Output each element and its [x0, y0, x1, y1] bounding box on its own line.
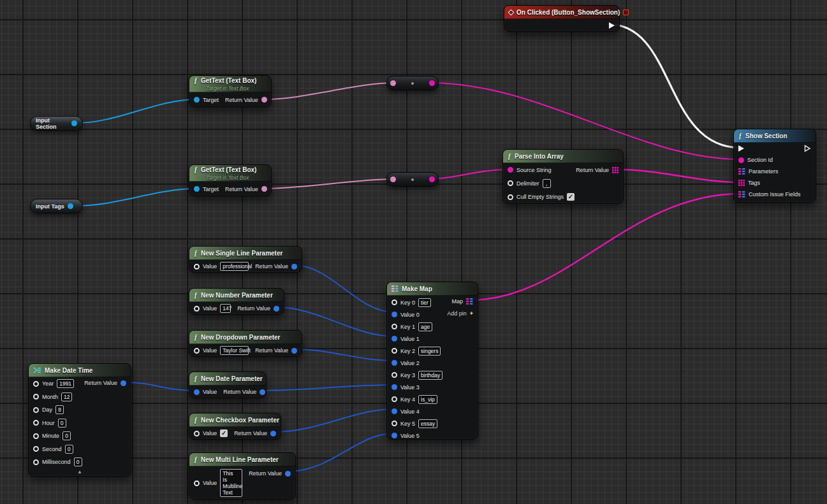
key-0-input[interactable]: tier [418, 298, 431, 307]
node-gettext-1[interactable]: ƒ GetText (Text Box) Target is Text Box … [189, 75, 272, 107]
custom-issue-fields-map-input-pin[interactable] [738, 191, 745, 198]
node-header[interactable]: ƒ New Dropdown Parameter [189, 331, 302, 344]
cull-empty-strings-input-pin[interactable] [508, 194, 513, 200]
delimiter-value-input[interactable]: , [543, 179, 551, 188]
value-text-input[interactable]: professional [220, 262, 249, 271]
key-3-input-pin[interactable] [392, 372, 397, 378]
map-output-pin[interactable] [466, 298, 473, 305]
key-4-input-pin[interactable] [392, 396, 397, 402]
year-input[interactable]: 1991 [57, 379, 74, 388]
value-1-input-pin[interactable] [392, 336, 397, 342]
section-id-input-pin[interactable] [738, 157, 744, 163]
node-new-checkbox-parameter[interactable]: ƒ New Checkbox Parameter Value ✓ Return … [189, 413, 281, 440]
node-header[interactable]: ƒ New Multi Line Parameter [189, 453, 295, 466]
key-3-input[interactable]: birthday [418, 371, 443, 380]
node-show-section[interactable]: ƒ Show Section Section Id Parameters [733, 129, 816, 203]
node-header[interactable]: Make Date Time [29, 364, 131, 377]
value-2-input-pin[interactable] [392, 360, 397, 366]
node-new-single-line-parameter[interactable]: ƒ New Single Line Parameter Value profes… [189, 246, 302, 273]
object-output-pin[interactable] [71, 120, 77, 126]
string-array-output-pin[interactable] [612, 167, 618, 173]
value-multiline-input[interactable]: This Is Multiline Text [220, 469, 242, 497]
variable-node-input-tags[interactable]: Input Tags [30, 199, 83, 213]
return-value-output-pin[interactable] [260, 389, 265, 395]
parameters-map-input-pin[interactable] [738, 168, 745, 175]
key-1-input[interactable]: age [418, 322, 432, 331]
key-2-input[interactable]: singers [418, 347, 441, 356]
delimiter-input-pin[interactable] [508, 180, 513, 186]
node-header[interactable]: ƒ Show Section [734, 129, 816, 143]
hour-input[interactable]: 0 [58, 419, 66, 428]
year-input-pin[interactable] [33, 381, 39, 387]
minute-input[interactable]: 0 [62, 431, 71, 440]
value-4-input-pin[interactable] [392, 408, 397, 414]
return-value-output-pin[interactable] [270, 431, 276, 436]
month-input-pin[interactable] [33, 394, 39, 400]
node-new-dropdown-parameter[interactable]: ƒ New Dropdown Parameter Value Taylor Sw… [189, 330, 302, 357]
second-input-pin[interactable] [33, 446, 39, 452]
value-0-input-pin[interactable] [392, 312, 397, 317]
value-input-pin[interactable] [194, 306, 200, 312]
node-parse-into-array[interactable]: ƒ Parse Into Array Source String Return … [502, 149, 624, 204]
text-input-pin[interactable] [390, 176, 396, 182]
value-5-input-pin[interactable] [392, 433, 397, 438]
tags-array-input-pin[interactable] [738, 180, 745, 186]
exec-input-pin[interactable] [738, 145, 744, 152]
node-header[interactable]: ƒ Parse Into Array [503, 150, 623, 163]
hour-input-pin[interactable] [33, 420, 39, 426]
return-value-output-pin[interactable] [285, 471, 291, 477]
return-value-output-pin[interactable] [121, 380, 126, 386]
return-value-output-pin[interactable] [291, 348, 297, 354]
target-input-pin[interactable] [194, 186, 200, 192]
node-make-map[interactable]: Make Map Map Add pin + Key 0 tier Value … [386, 282, 478, 440]
node-new-number-parameter[interactable]: ƒ New Number Parameter Value 147 Return … [189, 288, 284, 315]
variable-node-input-section[interactable]: Input Section [30, 116, 83, 131]
value-input-pin[interactable] [194, 480, 200, 486]
value-input-pin[interactable] [194, 348, 200, 354]
node-header[interactable]: ƒ GetText (Text Box) Target is Text Box [189, 165, 271, 182]
value-input-pin[interactable] [194, 431, 200, 436]
node-header[interactable]: ƒ New Single Line Parameter [189, 247, 302, 260]
node-header[interactable]: ƒ New Date Parameter [189, 372, 266, 385]
node-header[interactable]: ƒ GetText (Text Box) Target is Text Box [189, 76, 271, 92]
exec-output-pin[interactable] [609, 22, 615, 29]
conversion-node-text-to-string-2[interactable] [386, 172, 439, 187]
node-on-clicked-event[interactable]: On Clicked (Button_ShowSection) [504, 5, 620, 32]
node-new-date-parameter[interactable]: ƒ New Date Parameter Value Return Value [189, 371, 267, 398]
node-header[interactable]: ƒ New Number Parameter [189, 289, 284, 302]
exec-output-pin[interactable] [804, 145, 811, 152]
millisecond-input[interactable]: 0 [74, 457, 82, 466]
return-value-output-pin[interactable] [274, 306, 279, 312]
node-header[interactable]: Make Map [387, 282, 478, 296]
node-gettext-2[interactable]: ƒ GetText (Text Box) Target is Text Box … [189, 164, 272, 196]
collapse-arrow[interactable]: ▲ [29, 469, 131, 477]
return-value-output-pin[interactable] [261, 186, 267, 192]
value-text-input[interactable]: Taylor Swift [220, 346, 249, 355]
key-2-input-pin[interactable] [392, 348, 397, 354]
day-input-pin[interactable] [33, 407, 39, 413]
month-input[interactable]: 12 [61, 392, 72, 401]
text-input-pin[interactable] [390, 80, 396, 86]
blueprint-graph-canvas[interactable]: On Clicked (Button_ShowSection) Input Se… [0, 0, 827, 504]
object-output-pin[interactable] [68, 203, 73, 209]
value-input-pin[interactable] [194, 264, 200, 270]
source-string-input-pin[interactable] [508, 167, 513, 173]
value-input-pin[interactable] [194, 389, 200, 395]
minute-input-pin[interactable] [33, 433, 39, 439]
millisecond-input-pin[interactable] [33, 459, 39, 465]
return-value-output-pin[interactable] [291, 264, 297, 270]
return-value-output-pin[interactable] [261, 97, 267, 103]
key-5-input[interactable]: essay [418, 419, 437, 428]
key-4-input[interactable]: is_vip [418, 395, 437, 404]
value-3-input-pin[interactable] [392, 384, 397, 390]
node-header[interactable]: ƒ New Checkbox Parameter [189, 414, 281, 427]
string-output-pin[interactable] [429, 80, 435, 86]
value-checkbox[interactable]: ✓ [220, 429, 228, 437]
key-0-input-pin[interactable] [392, 299, 397, 305]
target-input-pin[interactable] [194, 97, 200, 103]
node-header[interactable]: On Clicked (Button_ShowSection) [504, 6, 619, 19]
node-new-multi-line-parameter[interactable]: ƒ New Multi Line Parameter Value This Is… [189, 452, 296, 500]
conversion-node-text-to-string-1[interactable] [386, 76, 439, 90]
second-input[interactable]: 0 [65, 445, 73, 454]
day-input[interactable]: 8 [55, 405, 64, 414]
